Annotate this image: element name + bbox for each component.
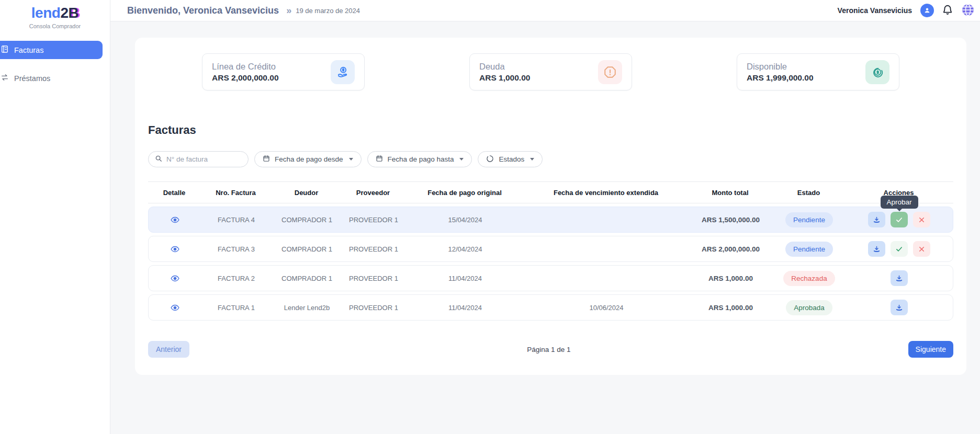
invoice-search[interactable] xyxy=(148,151,249,167)
cell-fecha-ext: 10/06/2024 xyxy=(525,304,688,312)
cell-fecha-pago: 11/04/2024 xyxy=(405,304,525,312)
globe-icon xyxy=(961,3,975,18)
cell-monto: ARS 2,000,000.00 xyxy=(688,245,774,253)
language-button[interactable] xyxy=(961,3,975,18)
view-detail-button[interactable] xyxy=(149,245,201,254)
page-info: Página 1 de 1 xyxy=(189,346,908,353)
search-input[interactable] xyxy=(166,155,242,163)
cell-monto: ARS 1,500,000.00 xyxy=(688,216,774,224)
approve-button[interactable]: Aprobar xyxy=(891,212,908,227)
table-row: FACTURA 4 COMPRADOR 1 PROVEEDOR 1 15/04/… xyxy=(148,207,953,233)
previous-page-button[interactable]: Anterior xyxy=(148,341,189,358)
filter-date-from-button[interactable]: Fecha de pago desde xyxy=(254,151,362,167)
sidebar-item-prestamos[interactable]: Préstamos xyxy=(0,73,110,83)
filter-label: Estados xyxy=(499,155,524,163)
download-button[interactable] xyxy=(891,300,908,315)
cell-monto: ARS 1,000.00 xyxy=(688,304,774,312)
download-button[interactable] xyxy=(868,241,885,257)
brand-logo: lend2B xyxy=(0,5,110,21)
row-actions xyxy=(844,270,954,286)
hand-coin-icon xyxy=(331,60,355,84)
col-proveedor: Proveedor xyxy=(342,189,404,197)
top-bar: Bienvenido, Veronica Vansevicius » 19 de… xyxy=(110,0,980,21)
caret-down-icon xyxy=(349,158,353,161)
sidebar-item-label: Préstamos xyxy=(14,74,50,83)
sidebar-item-label: Facturas xyxy=(14,46,43,54)
cell-deudor: Lender Lend2b xyxy=(272,304,342,312)
card-value: ARS 2,000,000.00 xyxy=(212,73,279,83)
welcome-title: Bienvenido, Veronica Vansevicius xyxy=(127,5,279,16)
double-chevron-icon: » xyxy=(286,5,290,16)
user-name: Veronica Vansevicius xyxy=(838,6,912,15)
cell-fecha-pago: 11/04/2024 xyxy=(405,275,525,282)
card-text: Disponible ARS 1,999,000.00 xyxy=(747,62,814,83)
row-actions xyxy=(844,300,954,315)
view-detail-button[interactable] xyxy=(149,215,201,224)
card-disponible: Disponible ARS 1,999,000.00 xyxy=(737,53,899,90)
alert-octagon-icon xyxy=(598,60,622,84)
cell-proveedor: PROVEEDOR 1 xyxy=(342,275,405,282)
cell-proveedor: PROVEEDOR 1 xyxy=(342,245,405,253)
cell-deudor: COMPRADOR 1 xyxy=(272,275,342,282)
col-detalle: Detalle xyxy=(148,189,200,197)
sidebar: lend2B Consola Comprador Facturas Présta… xyxy=(0,0,110,434)
cell-factura: FACTURA 2 xyxy=(201,275,272,282)
header-date: 19 de marzo de 2024 xyxy=(296,7,360,15)
table-row: FACTURA 3 COMPRADOR 1 PROVEEDOR 1 12/04/… xyxy=(148,236,953,262)
row-actions: Aprobar xyxy=(844,212,954,227)
summary-cards: Línea de Crédito ARS 2,000,000.00 Deuda … xyxy=(148,53,953,90)
col-deudor: Deudor xyxy=(271,189,342,197)
loader-circle-icon xyxy=(486,155,494,164)
cell-proveedor: PROVEEDOR 1 xyxy=(342,216,405,224)
status-badge: Rechazada xyxy=(783,271,835,286)
cell-factura: FACTURA 3 xyxy=(201,245,272,253)
cell-factura: FACTURA 4 xyxy=(201,216,272,224)
approve-button[interactable] xyxy=(891,241,908,257)
brand-subtitle: Consola Comprador xyxy=(0,23,110,29)
reject-button[interactable] xyxy=(913,212,930,227)
sidebar-item-facturas[interactable]: Facturas xyxy=(0,41,103,59)
status-badge: Pendiente xyxy=(785,212,833,227)
col-fecha-pago: Fecha de pago original xyxy=(404,189,525,197)
logo-lend: lend xyxy=(31,5,61,21)
filter-date-to-button[interactable]: Fecha de pago hasta xyxy=(367,151,472,167)
view-detail-button[interactable] xyxy=(149,303,201,312)
table-row: FACTURA 1 Lender Lend2b PROVEEDOR 1 11/0… xyxy=(148,294,953,321)
calendar-icon xyxy=(263,155,270,164)
col-estado: Estado xyxy=(773,189,844,197)
transfer-icon xyxy=(1,73,9,83)
user-avatar-icon xyxy=(920,4,934,17)
caret-down-icon xyxy=(459,158,464,161)
card-label: Línea de Crédito xyxy=(212,62,279,72)
calendar-icon xyxy=(376,155,383,164)
download-button[interactable] xyxy=(891,270,908,286)
col-monto: Monto total xyxy=(687,189,773,197)
card-label: Disponible xyxy=(747,62,814,72)
col-fecha-extendida: Fecha de vencimiento extendida xyxy=(525,189,687,197)
filter-label: Fecha de pago desde xyxy=(275,155,343,163)
cell-deudor: COMPRADOR 1 xyxy=(272,216,342,224)
reject-button[interactable] xyxy=(913,241,930,257)
notifications-button[interactable] xyxy=(942,4,953,17)
cell-factura: FACTURA 1 xyxy=(201,304,272,312)
cell-proveedor: PROVEEDOR 1 xyxy=(342,304,405,312)
cell-fecha-pago: 12/04/2024 xyxy=(405,245,525,253)
filter-states-button[interactable]: Estados xyxy=(478,151,543,167)
card-deuda: Deuda ARS 1,000.00 xyxy=(469,53,632,90)
next-page-button[interactable]: Siguiente xyxy=(908,341,953,358)
view-detail-button[interactable] xyxy=(149,274,201,283)
invoices-table: Detalle Nro. Factura Deudor Proveedor Fe… xyxy=(148,181,953,321)
filters-bar: Fecha de pago desde Fecha de pago hasta … xyxy=(148,151,953,167)
cell-fecha-pago: 15/04/2024 xyxy=(405,216,525,224)
search-icon xyxy=(155,155,162,164)
profile-button[interactable] xyxy=(920,4,934,17)
page-title: Facturas xyxy=(148,123,953,137)
coins-icon xyxy=(865,60,889,84)
facturas-panel: Línea de Crédito ARS 2,000,000.00 Deuda … xyxy=(135,38,966,375)
download-button[interactable] xyxy=(868,212,885,227)
card-label: Deuda xyxy=(479,62,530,72)
approve-tooltip: Aprobar xyxy=(880,196,918,209)
filter-label: Fecha de pago hasta xyxy=(388,155,454,163)
card-text: Deuda ARS 1,000.00 xyxy=(479,62,530,83)
receipt-icon xyxy=(1,45,9,55)
